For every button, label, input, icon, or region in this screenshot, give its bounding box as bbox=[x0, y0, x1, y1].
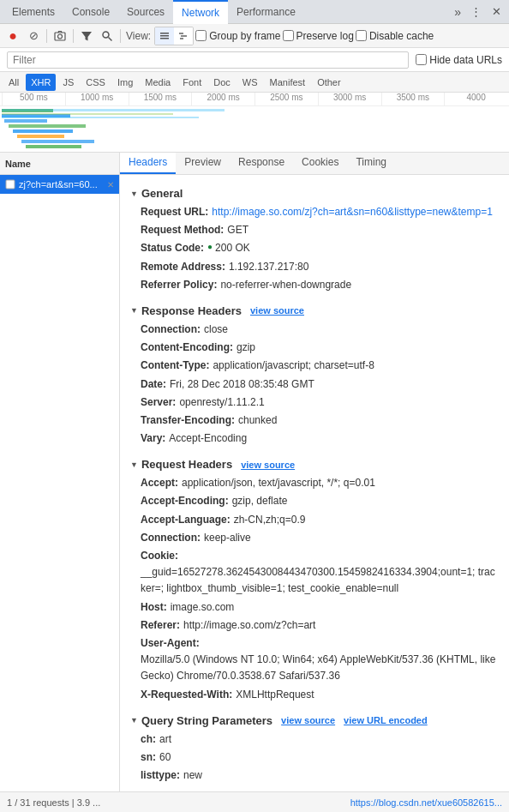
resp-content-encoding-value: gzip bbox=[237, 340, 255, 356]
svg-rect-20 bbox=[2, 113, 173, 115]
req-user-agent-value: Mozilla/5.0 (Windows NT 10.0; Win64; x64… bbox=[141, 652, 499, 684]
toolbar-separator-2 bbox=[73, 29, 74, 43]
resp-date-row: Date: Fri, 28 Dec 2018 08:35:48 GMT bbox=[130, 376, 499, 394]
request-headers-view-source[interactable]: view source bbox=[241, 460, 295, 470]
qs-ch-row: ch: art bbox=[130, 731, 499, 749]
resp-date-value: Fri, 28 Dec 2018 08:35:48 GMT bbox=[170, 376, 314, 393]
general-triangle: ▼ bbox=[130, 189, 138, 198]
group-by-frame-label[interactable]: Group by frame bbox=[195, 30, 280, 42]
qs-listtype-row: listtype: new bbox=[130, 767, 499, 785]
resp-content-encoding-label: Content-Encoding: bbox=[141, 340, 233, 356]
svg-rect-8 bbox=[179, 33, 183, 34]
waterfall-view-icon bbox=[178, 31, 189, 41]
tab-sources[interactable]: Sources bbox=[118, 0, 173, 24]
record-button[interactable]: ● bbox=[3, 27, 22, 45]
type-img-button[interactable]: Img bbox=[112, 74, 138, 91]
query-string-triangle: ▼ bbox=[130, 716, 138, 725]
type-media-button[interactable]: Media bbox=[140, 74, 176, 91]
type-other-button[interactable]: Other bbox=[312, 74, 346, 91]
preserve-log-checkbox[interactable] bbox=[283, 30, 294, 41]
group-by-frame-checkbox[interactable] bbox=[195, 30, 207, 41]
view-waterfall-button[interactable] bbox=[174, 27, 193, 45]
request-method-label: Request Method: bbox=[141, 222, 224, 238]
stop-button[interactable]: ⊘ bbox=[24, 27, 43, 45]
type-all-button[interactable]: All bbox=[3, 74, 24, 91]
status-bar-left: 1 / 31 requests | 3.9 ... bbox=[7, 797, 100, 808]
request-url-label: Request URL: bbox=[141, 204, 208, 220]
search-button[interactable] bbox=[98, 27, 117, 45]
tab-elements[interactable]: Elements bbox=[3, 0, 63, 24]
status-code-row: Status Code: ● 200 OK bbox=[130, 239, 499, 257]
request-method-value: GET bbox=[227, 222, 249, 238]
query-string-view-source[interactable]: view source bbox=[281, 715, 335, 725]
disable-cache-label[interactable]: Disable cache bbox=[356, 30, 434, 42]
req-referer-value: http://image.so.com/z?ch=art bbox=[183, 617, 315, 634]
resp-content-type-value: application/javascript; charset=utf-8 bbox=[213, 358, 374, 374]
filter-input[interactable] bbox=[7, 51, 409, 69]
name-column-header: Name bbox=[0, 153, 119, 175]
req-referer-row: Referer: http://image.so.com/z?ch=art bbox=[130, 617, 499, 635]
req-accept-encoding-value: gzip, deflate bbox=[232, 493, 288, 509]
svg-rect-15 bbox=[13, 129, 73, 133]
close-request-button[interactable]: ✕ bbox=[107, 180, 114, 189]
type-filter-bar: All XHR JS CSS Img Media Font Doc WS Man… bbox=[0, 72, 509, 93]
tab-response[interactable]: Response bbox=[230, 153, 293, 174]
request-headers-section-header[interactable]: ▼ Request Headers view source bbox=[130, 453, 499, 474]
req-user-agent-label: User-Agent: bbox=[141, 635, 200, 652]
svg-rect-22 bbox=[6, 180, 15, 189]
svg-point-1 bbox=[58, 34, 63, 39]
req-x-requested-with-label: X-Requested-With: bbox=[141, 687, 232, 703]
type-xhr-button[interactable]: XHR bbox=[26, 74, 56, 91]
req-cookie-label: Cookie: bbox=[141, 548, 178, 564]
general-section-header[interactable]: ▼ General bbox=[130, 182, 499, 203]
type-ws-button[interactable]: WS bbox=[237, 74, 263, 91]
tick-1000: 1000 ms bbox=[65, 93, 129, 105]
tab-timing[interactable]: Timing bbox=[347, 153, 395, 174]
svg-point-3 bbox=[103, 32, 109, 38]
svg-rect-0 bbox=[55, 33, 65, 40]
filter-bar: Hide data URLs bbox=[0, 48, 509, 72]
type-css-button[interactable]: CSS bbox=[81, 74, 111, 91]
tab-preview[interactable]: Preview bbox=[176, 153, 230, 174]
tab-performance[interactable]: Performance bbox=[228, 0, 304, 24]
hide-data-urls-label[interactable]: Hide data URLs bbox=[416, 54, 502, 66]
req-referer-label: Referer: bbox=[141, 617, 180, 634]
view-list-button[interactable] bbox=[155, 27, 174, 45]
qs-ch-label: ch: bbox=[141, 731, 156, 748]
tab-cookies[interactable]: Cookies bbox=[293, 153, 347, 174]
detail-content: ▼ General Request URL: http://image.so.c… bbox=[120, 175, 509, 791]
type-doc-button[interactable]: Doc bbox=[208, 74, 236, 91]
request-item-1[interactable]: zj?ch=art&sn=60... ✕ bbox=[0, 175, 119, 194]
svg-rect-10 bbox=[180, 38, 183, 39]
qs-ch-value: art bbox=[159, 731, 171, 748]
camera-icon bbox=[54, 30, 66, 42]
response-headers-section-header[interactable]: ▼ Response Headers view source bbox=[130, 299, 499, 321]
request-url-value: http://image.so.com/zj?ch=art&sn=n60&lis… bbox=[212, 204, 493, 220]
devtools-menu-button[interactable]: ⋮ bbox=[466, 3, 485, 21]
response-headers-view-source[interactable]: view source bbox=[250, 305, 304, 316]
query-string-section-header[interactable]: ▼ Query String Parameters view source vi… bbox=[130, 709, 499, 731]
tab-network[interactable]: Network bbox=[173, 0, 228, 24]
tab-headers[interactable]: Headers bbox=[120, 153, 176, 174]
remote-address-row: Remote Address: 1.192.137.217:80 bbox=[130, 258, 499, 276]
req-accept-label: Accept: bbox=[141, 475, 178, 491]
request-method-row: Request Method: GET bbox=[130, 221, 499, 239]
type-js-button[interactable]: JS bbox=[57, 74, 79, 91]
left-panel: Name zj?ch=art&sn=60... ✕ bbox=[0, 153, 120, 791]
hide-data-urls-checkbox[interactable] bbox=[416, 54, 427, 65]
filter-button[interactable] bbox=[77, 27, 96, 45]
preserve-log-label[interactable]: Preserve log bbox=[283, 30, 354, 42]
tab-more-button[interactable]: » bbox=[449, 5, 466, 19]
req-connection-row: Connection: keep-alive bbox=[130, 529, 499, 547]
devtools-close-button[interactable]: ✕ bbox=[487, 3, 506, 21]
type-manifest-button[interactable]: Manifest bbox=[265, 74, 311, 91]
tab-console[interactable]: Console bbox=[63, 0, 118, 24]
disable-cache-checkbox[interactable] bbox=[356, 30, 367, 41]
svg-rect-14 bbox=[9, 124, 86, 128]
svg-rect-17 bbox=[21, 140, 94, 143]
list-view-icon bbox=[159, 31, 170, 41]
camera-button[interactable] bbox=[51, 27, 69, 45]
query-string-url-encoded[interactable]: view URL encoded bbox=[344, 715, 428, 725]
svg-line-4 bbox=[109, 37, 112, 40]
type-font-button[interactable]: Font bbox=[177, 74, 207, 91]
